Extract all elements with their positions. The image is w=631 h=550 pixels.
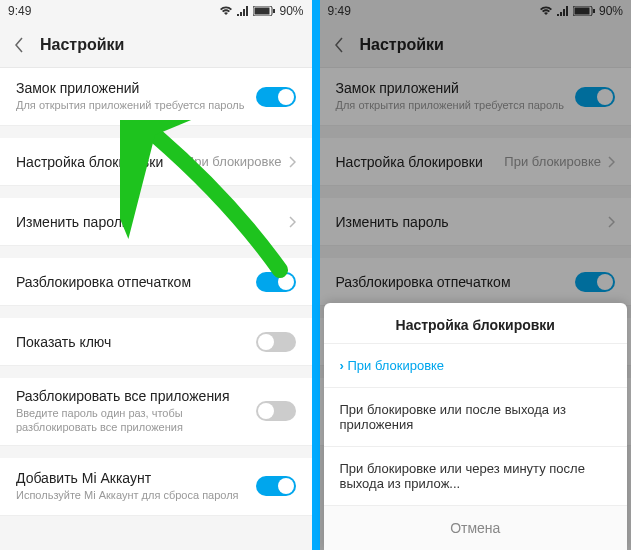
sheet-option-1[interactable]: При блокировке bbox=[324, 343, 628, 387]
sheet-option-3[interactable]: При блокировке или через минуту после вы… bbox=[324, 446, 628, 505]
status-time: 9:49 bbox=[328, 4, 351, 18]
row-mi-account[interactable]: Добавить Mi Аккаунт Используйте Mi Аккау… bbox=[0, 458, 312, 516]
bottom-sheet: Настройка блокировки При блокировке При … bbox=[324, 303, 628, 550]
row-lock-setting[interactable]: Настройка блокировки При блокировке bbox=[0, 138, 312, 186]
chevron-right-icon bbox=[607, 156, 615, 168]
svg-rect-2 bbox=[273, 9, 275, 13]
settings-list: Замок приложений Для открытия приложений… bbox=[0, 68, 312, 126]
svg-rect-4 bbox=[574, 8, 589, 15]
sheet-cancel[interactable]: Отмена bbox=[324, 505, 628, 550]
row-title: Разблокировка отпечатком bbox=[16, 274, 256, 290]
status-right: 90% bbox=[219, 4, 303, 18]
chevron-left-icon bbox=[334, 37, 344, 53]
toggle-mi-account[interactable] bbox=[256, 476, 296, 496]
status-time: 9:49 bbox=[8, 4, 31, 18]
row-unlock-all[interactable]: Разблокировать все приложения Введите па… bbox=[0, 378, 312, 446]
chevron-right-icon bbox=[607, 216, 615, 228]
page-title: Настройки bbox=[360, 36, 444, 54]
svg-rect-1 bbox=[255, 8, 270, 15]
row-title: Разблокировать все приложения bbox=[16, 388, 256, 404]
status-right: 90% bbox=[539, 4, 623, 18]
toggle-fingerprint[interactable] bbox=[575, 272, 615, 292]
battery-icon bbox=[573, 6, 595, 16]
phone-right: 9:49 90% Настройки Замок приложений Для … bbox=[320, 0, 632, 550]
toggle-app-lock[interactable] bbox=[256, 87, 296, 107]
back-button[interactable] bbox=[330, 36, 348, 54]
row-title: Добавить Mi Аккаунт bbox=[16, 470, 256, 486]
toggle-app-lock[interactable] bbox=[575, 87, 615, 107]
status-bar: 9:49 90% bbox=[320, 0, 632, 22]
page-title: Настройки bbox=[40, 36, 124, 54]
wifi-icon bbox=[539, 6, 553, 16]
header: Настройки bbox=[320, 22, 632, 68]
header: Настройки bbox=[0, 22, 312, 68]
toggle-unlock-all[interactable] bbox=[256, 401, 296, 421]
row-title: Изменить пароль bbox=[16, 214, 288, 230]
battery-percent: 90% bbox=[599, 4, 623, 18]
back-button[interactable] bbox=[10, 36, 28, 54]
row-fingerprint[interactable]: Разблокировка отпечатком bbox=[0, 258, 312, 306]
row-sub: Для открытия приложений требуется пароль bbox=[16, 98, 256, 112]
wifi-icon bbox=[219, 6, 233, 16]
sheet-option-2[interactable]: При блокировке или после выхода из прило… bbox=[324, 387, 628, 446]
row-lock-setting[interactable]: Настройка блокировки При блокировке bbox=[320, 138, 632, 186]
row-app-lock[interactable]: Замок приложений Для открытия приложений… bbox=[320, 68, 632, 126]
svg-rect-5 bbox=[593, 9, 595, 13]
row-sub: Введите пароль один раз, чтобы разблокир… bbox=[16, 406, 256, 435]
signal-icon bbox=[557, 6, 569, 16]
row-change-password[interactable]: Изменить пароль bbox=[320, 198, 632, 246]
row-change-password[interactable]: Изменить пароль bbox=[0, 198, 312, 246]
chevron-left-icon bbox=[14, 37, 24, 53]
signal-icon bbox=[237, 6, 249, 16]
row-fingerprint[interactable]: Разблокировка отпечатком bbox=[320, 258, 632, 306]
phone-left: 9:49 90% Настройки Замок приложений Для … bbox=[0, 0, 312, 550]
toggle-show-key[interactable] bbox=[256, 332, 296, 352]
row-title: Настройка блокировки bbox=[16, 154, 185, 170]
status-bar: 9:49 90% bbox=[0, 0, 312, 22]
row-title: Замок приложений bbox=[16, 80, 256, 96]
row-show-key[interactable]: Показать ключ bbox=[0, 318, 312, 366]
row-value: При блокировке bbox=[185, 154, 282, 169]
chevron-right-icon bbox=[288, 156, 296, 168]
battery-icon bbox=[253, 6, 275, 16]
toggle-fingerprint[interactable] bbox=[256, 272, 296, 292]
sheet-title: Настройка блокировки bbox=[324, 303, 628, 343]
row-title: Показать ключ bbox=[16, 334, 256, 350]
chevron-right-icon bbox=[288, 216, 296, 228]
row-app-lock[interactable]: Замок приложений Для открытия приложений… bbox=[0, 68, 312, 126]
row-sub: Используйте Mi Аккаунт для сброса пароля bbox=[16, 488, 256, 502]
battery-percent: 90% bbox=[279, 4, 303, 18]
